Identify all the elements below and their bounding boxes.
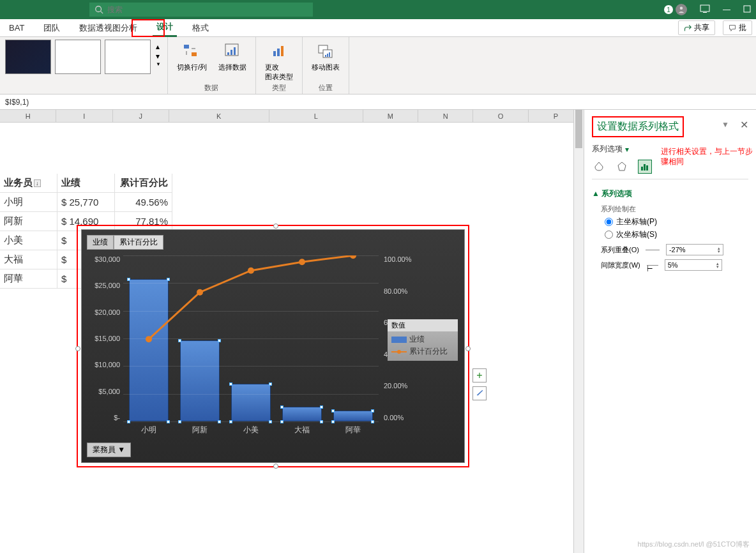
chart-style-3[interactable]	[105, 40, 151, 74]
col-n[interactable]: N	[418, 110, 473, 123]
header-pct[interactable]: 累计百分比	[115, 174, 172, 193]
switch-icon	[181, 41, 202, 61]
table-cell[interactable]: 大福	[0, 250, 57, 269]
svg-point-22	[248, 268, 254, 274]
col-m[interactable]: M	[363, 110, 418, 123]
chart-style-1[interactable]	[5, 40, 51, 74]
spinner-icon[interactable]: ▴▾	[718, 246, 720, 253]
overlap-slider[interactable]	[646, 250, 660, 250]
col-k[interactable]: K	[169, 110, 269, 123]
format-panel: 设置数据系列格式 ▼ ✕ 系列选项 ▾ 进行相关设置，与上一节步骤相同 ▲ 系列…	[584, 110, 756, 553]
chart-legend[interactable]: 数值 业绩 累计百分比	[388, 319, 458, 361]
effects-icon[interactable]	[615, 160, 629, 174]
secondary-axis-radio[interactable]: 次坐标轴(S)	[605, 229, 748, 240]
svg-point-21	[197, 289, 203, 296]
ribbon-group-styles: ▴ ▾ ▼	[0, 37, 168, 94]
table-cell[interactable]: 阿華	[0, 269, 57, 289]
ribbon-group-data: 切换行/列 选择数据 数据	[168, 37, 256, 94]
col-h[interactable]: H	[0, 110, 56, 123]
chart-elements-button[interactable]: +	[472, 368, 487, 383]
move-chart-button[interactable]: 移动图表	[308, 40, 344, 73]
title-bar: 1 —	[0, 0, 756, 19]
chart-tab-pct[interactable]: 累计百分比	[114, 235, 163, 250]
svg-point-23	[299, 259, 305, 265]
vertical-scrollbar[interactable]	[573, 110, 584, 553]
search-input[interactable]	[107, 5, 308, 14]
share-icon	[684, 24, 692, 32]
panel-title: 设置数据系列格式	[597, 121, 679, 132]
primary-axis-radio[interactable]: 主坐标轴(P)	[605, 216, 748, 227]
svg-rect-28	[646, 165, 648, 170]
table-cell[interactable]: 小明	[0, 193, 57, 212]
change-type-icon	[269, 41, 289, 61]
col-o[interactable]: O	[473, 110, 528, 123]
col-j[interactable]: J	[113, 110, 169, 123]
legend-swatch-bar	[391, 337, 407, 343]
chart-tab-perf[interactable]: 业绩	[87, 235, 114, 250]
chart-line-series	[123, 255, 423, 453]
ribbon: ▴ ▾ ▼ 切换行/列 选择数据 数据 更改 图表类型 类型 移动	[0, 37, 756, 95]
filter-dropdown-icon[interactable]: ↓	[34, 179, 41, 187]
header-agent[interactable]: 业务员↓	[0, 174, 57, 193]
formula-bar[interactable]: $I$9,1)	[0, 95, 756, 110]
table-cell[interactable]: $ 25,770	[57, 193, 115, 212]
svg-line-1	[101, 11, 103, 14]
table-cell[interactable]: 阿新	[0, 212, 57, 231]
chart-object[interactable]: 业绩 累计百分比 $30,000$25,000$20,000$15,000$10…	[77, 225, 469, 467]
svg-rect-19	[329, 52, 330, 57]
share-button[interactable]: 共享	[678, 20, 715, 35]
svg-rect-27	[644, 164, 646, 170]
select-data-button[interactable]: 选择数据	[215, 40, 250, 73]
series-options-icon[interactable]	[638, 160, 652, 174]
table-cell[interactable]: 49.56%	[115, 193, 172, 212]
tab-format[interactable]: 格式	[188, 20, 213, 36]
svg-rect-26	[641, 167, 643, 170]
user-badge[interactable]: 1	[664, 4, 687, 15]
ribbon-display-icon[interactable]	[700, 4, 710, 15]
search-box[interactable]	[89, 3, 313, 17]
svg-rect-13	[277, 49, 280, 56]
tab-team[interactable]: 团队	[40, 20, 64, 36]
col-l[interactable]: L	[269, 110, 363, 123]
minimize-icon[interactable]: —	[723, 5, 730, 14]
user-avatar-icon	[676, 4, 687, 15]
svg-rect-6	[184, 45, 189, 49]
ribbon-label-data: 数据	[204, 83, 218, 93]
watermark: https://blog.csdn.net/l @51CTO博客	[638, 540, 750, 549]
chart-tabs: 业绩 累计百分比	[87, 235, 163, 250]
svg-rect-11	[234, 47, 236, 55]
switch-row-col-button[interactable]: 切换行/列	[173, 40, 211, 73]
gap-slider[interactable]: ⊢	[647, 265, 658, 266]
select-data-icon	[222, 41, 243, 61]
svg-marker-25	[618, 162, 626, 170]
series-options-header[interactable]: ▲ 系列选项	[592, 188, 748, 199]
spinner-icon[interactable]: ▴▾	[716, 262, 719, 268]
gap-input[interactable]: 5%▴▾	[665, 259, 722, 271]
maximize-icon[interactable]	[743, 5, 751, 15]
panel-dropdown-icon[interactable]: ▼	[722, 120, 729, 129]
col-i[interactable]: I	[56, 110, 112, 123]
chart-styles-button[interactable]	[472, 386, 487, 400]
svg-rect-10	[231, 50, 232, 55]
header-perf[interactable]: 业绩	[57, 174, 115, 193]
chart-filter-button[interactable]: 業務員 ▼	[87, 443, 131, 457]
style-up-icon[interactable]: ▴	[156, 42, 161, 51]
spreadsheet-grid[interactable]: H I J K L M N O P 业务员↓ 业绩 累计百分比 小明$ 25,7…	[0, 110, 584, 553]
table-cell[interactable]: 小美	[0, 231, 57, 250]
svg-rect-3	[700, 5, 709, 11]
chart-style-2[interactable]	[55, 40, 101, 74]
overlap-input[interactable]: -27%▴▾	[666, 244, 723, 255]
tab-bat[interactable]: BAT	[5, 20, 28, 35]
style-more-icon[interactable]: ▼	[156, 61, 161, 67]
svg-point-0	[96, 6, 102, 12]
style-down-icon[interactable]: ▾	[156, 52, 161, 61]
fill-icon[interactable]	[592, 160, 606, 174]
svg-rect-12	[273, 51, 276, 56]
annotation-note: 进行相关设置，与上一节步骤相同	[661, 147, 756, 167]
svg-rect-18	[327, 54, 328, 57]
ribbon-label-type: 类型	[272, 83, 286, 93]
change-chart-type-button[interactable]: 更改 图表类型	[261, 40, 297, 83]
x-axis-labels: 小明阿新小美大福阿華	[123, 425, 379, 436]
close-icon[interactable]: ✕	[740, 119, 748, 131]
batch-button[interactable]: 批	[723, 20, 752, 35]
